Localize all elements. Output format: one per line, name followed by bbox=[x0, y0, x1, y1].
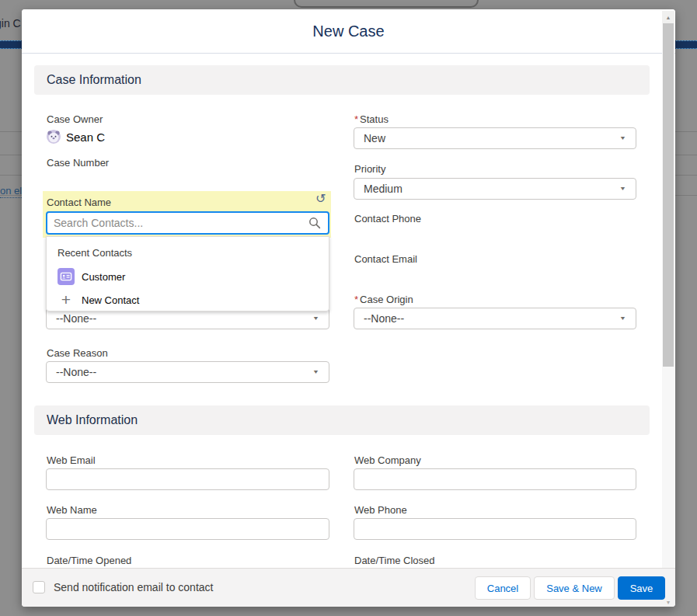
lookup-item-label: New Contact bbox=[82, 294, 139, 306]
case-owner-name: Sean C bbox=[66, 131, 105, 144]
case-number-label: Case Number bbox=[47, 157, 109, 169]
section-case-information: Case Information bbox=[34, 65, 650, 95]
modal-scrollbar[interactable]: ▲ bbox=[662, 11, 674, 568]
section-web-information: Web Information bbox=[34, 405, 650, 435]
chevron-down-icon: ▼ bbox=[619, 135, 626, 141]
screen: gin C on el New Case Case Information Ca… bbox=[0, 0, 697, 616]
case-origin-select[interactable]: --None-- ▼ bbox=[354, 308, 636, 329]
required-marker: * bbox=[354, 294, 358, 305]
modal-header: New Case bbox=[22, 9, 675, 54]
scroll-up-button[interactable]: ▲ bbox=[662, 11, 674, 23]
cancel-button[interactable]: Cancel bbox=[475, 576, 531, 600]
search-icon bbox=[308, 217, 321, 229]
required-marker: * bbox=[354, 113, 358, 125]
chevron-down-icon: ▼ bbox=[619, 186, 626, 192]
web-phone-input[interactable] bbox=[354, 518, 636, 540]
case-reason-label: Case Reason bbox=[47, 347, 108, 359]
case-owner-label: Case Owner bbox=[47, 113, 103, 125]
priority-select-value: Medium bbox=[364, 183, 619, 195]
background-partial-text: gin C bbox=[0, 17, 21, 30]
priority-label: Priority bbox=[354, 163, 385, 175]
case-reason-select[interactable]: --None-- ▼ bbox=[46, 361, 329, 383]
web-company-label: Web Company bbox=[354, 454, 421, 466]
web-email-input[interactable] bbox=[46, 468, 329, 490]
user-avatar-icon bbox=[47, 130, 61, 144]
web-email-label: Web Email bbox=[47, 454, 96, 466]
case-origin-select-value: --None-- bbox=[364, 312, 619, 325]
web-phone-label: Web Phone bbox=[354, 504, 407, 516]
lookup-item-label: Customer bbox=[82, 271, 125, 283]
modal-title: New Case bbox=[22, 9, 675, 54]
priority-select[interactable]: Medium ▼ bbox=[354, 178, 636, 200]
web-name-input[interactable] bbox=[46, 518, 329, 540]
type-select-value: --None-- bbox=[56, 312, 312, 325]
notification-checkbox-row: Send notification email to contact bbox=[33, 581, 213, 593]
web-name-label: Web Name bbox=[47, 504, 97, 516]
plus-icon: + bbox=[58, 291, 75, 308]
lookup-item-new-contact[interactable]: + New Contact bbox=[58, 291, 139, 308]
section-title: Web Information bbox=[34, 405, 650, 435]
status-label: *Status bbox=[354, 113, 389, 125]
web-company-input[interactable] bbox=[354, 468, 636, 490]
contact-email-label: Contact Email bbox=[354, 253, 417, 265]
chevron-down-icon: ▼ bbox=[312, 315, 319, 322]
background-partial-link: on el bbox=[0, 185, 22, 198]
chevron-down-icon: ▼ bbox=[619, 315, 626, 322]
lookup-item-customer[interactable]: Customer bbox=[58, 268, 125, 285]
case-reason-select-value: --None-- bbox=[56, 366, 312, 378]
contact-search-field bbox=[46, 211, 329, 235]
send-notification-label: Send notification email to contact bbox=[54, 581, 213, 593]
send-notification-checkbox[interactable] bbox=[33, 581, 45, 593]
status-select-value: New bbox=[364, 132, 619, 144]
date-time-closed-label: Date/Time Closed bbox=[354, 555, 435, 566]
footer-buttons: Cancel Save & New Save bbox=[475, 576, 665, 600]
status-select[interactable]: New ▼ bbox=[354, 127, 636, 149]
section-title: Case Information bbox=[34, 65, 650, 95]
contact-lookup-dropdown: Recent Contacts Customer + New Contac bbox=[46, 236, 329, 311]
save-and-new-button[interactable]: Save & New bbox=[534, 576, 615, 600]
case-owner-value: Sean C bbox=[47, 130, 105, 144]
contact-phone-label: Contact Phone bbox=[354, 213, 421, 224]
save-button[interactable]: Save bbox=[618, 576, 665, 600]
chevron-down-icon: ▼ bbox=[312, 369, 319, 375]
scrollbar-thumb[interactable] bbox=[663, 23, 674, 367]
case-origin-label: *Case Origin bbox=[354, 294, 413, 305]
undo-icon[interactable]: ↺ bbox=[315, 193, 326, 205]
date-time-opened-label: Date/Time Opened bbox=[47, 555, 131, 566]
new-case-modal: New Case Case Information Case Owner Sea… bbox=[22, 9, 675, 607]
corner-resize-hint-icon: ▾ bbox=[667, 599, 670, 606]
contact-card-icon bbox=[58, 268, 75, 285]
contact-name-label: Contact Name bbox=[47, 197, 111, 208]
recent-contacts-header: Recent Contacts bbox=[58, 247, 132, 259]
contact-search-input[interactable] bbox=[47, 217, 308, 229]
modal-footer: Send notification email to contact Cance… bbox=[22, 568, 675, 607]
background-search-box bbox=[294, 0, 479, 8]
